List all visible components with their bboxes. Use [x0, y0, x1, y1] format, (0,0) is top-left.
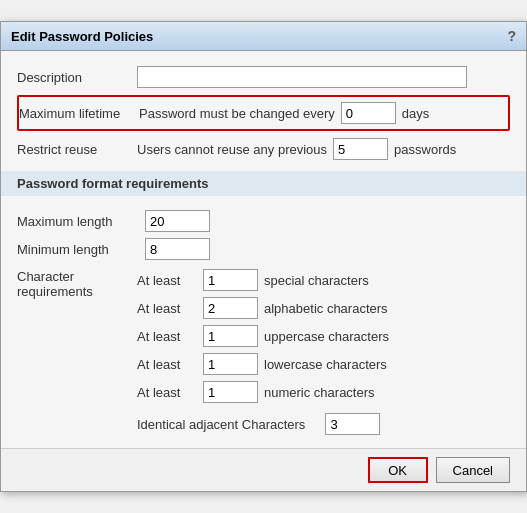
dialog-titlebar: Edit Password Policies ?: [1, 22, 526, 51]
restrict-reuse-field-group: Users cannot reuse any previous password…: [137, 138, 510, 160]
dialog-content: Description Maximum lifetime Password mu…: [1, 51, 526, 448]
char-req-suffix-0: special characters: [264, 273, 369, 288]
char-req-input-4[interactable]: [203, 381, 258, 403]
char-req-suffix-3: lowercase characters: [264, 357, 387, 372]
char-req-label: Character requirements: [17, 266, 137, 299]
description-input[interactable]: [137, 66, 467, 88]
char-req-row-3: At least lowercase characters: [137, 350, 389, 378]
pw-format-section-label: Password format requirements: [17, 176, 208, 191]
char-req-suffix-2: uppercase characters: [264, 329, 389, 344]
max-length-label: Maximum length: [17, 214, 137, 229]
char-req-row-4: At least numeric characters: [137, 378, 389, 406]
ok-button[interactable]: OK: [368, 457, 428, 483]
description-row: Description: [17, 61, 510, 93]
max-lifetime-field-group: Password must be changed every days: [139, 102, 508, 124]
atleast-label-1: At least: [137, 301, 197, 316]
char-req-section: Character requirements At least special …: [17, 266, 510, 438]
char-req-rows: At least special characters At least alp…: [137, 266, 389, 438]
min-length-input[interactable]: [145, 238, 210, 260]
help-icon[interactable]: ?: [507, 28, 516, 44]
char-req-input-3[interactable]: [203, 353, 258, 375]
char-req-row-2: At least uppercase characters: [137, 322, 389, 350]
char-req-suffix-1: alphabetic characters: [264, 301, 388, 316]
restrict-reuse-text: Users cannot reuse any previous: [137, 142, 327, 157]
max-length-row: Maximum length: [17, 202, 510, 235]
max-length-input[interactable]: [145, 210, 210, 232]
char-req-row-0: At least special characters: [137, 266, 389, 294]
restrict-reuse-row: Restrict reuse Users cannot reuse any pr…: [17, 133, 510, 165]
atleast-label-0: At least: [137, 273, 197, 288]
edit-password-dialog: Edit Password Policies ? Description Max…: [0, 21, 527, 492]
max-lifetime-text: Password must be changed every: [139, 106, 335, 121]
cancel-button[interactable]: Cancel: [436, 457, 510, 483]
description-label: Description: [17, 70, 137, 85]
min-length-row: Minimum length: [17, 235, 510, 266]
char-req-row-1: At least alphabetic characters: [137, 294, 389, 322]
max-lifetime-label: Maximum lifetime: [19, 106, 139, 121]
dialog-footer: OK Cancel: [1, 448, 526, 491]
restrict-reuse-suffix: passwords: [394, 142, 456, 157]
max-lifetime-suffix: days: [402, 106, 429, 121]
identical-input[interactable]: [325, 413, 380, 435]
min-length-label: Minimum length: [17, 242, 137, 257]
identical-row: Identical adjacent Characters: [137, 410, 389, 438]
max-lifetime-input[interactable]: [341, 102, 396, 124]
char-req-input-1[interactable]: [203, 297, 258, 319]
pw-format-section-header: Password format requirements: [1, 171, 526, 196]
max-lifetime-row: Maximum lifetime Password must be change…: [17, 95, 510, 131]
identical-label: Identical adjacent Characters: [137, 417, 305, 432]
char-req-input-0[interactable]: [203, 269, 258, 291]
char-req-input-2[interactable]: [203, 325, 258, 347]
dialog-title: Edit Password Policies: [11, 29, 153, 44]
atleast-label-2: At least: [137, 329, 197, 344]
atleast-label-4: At least: [137, 385, 197, 400]
restrict-reuse-label: Restrict reuse: [17, 142, 137, 157]
atleast-label-3: At least: [137, 357, 197, 372]
restrict-reuse-input[interactable]: [333, 138, 388, 160]
char-req-suffix-4: numeric characters: [264, 385, 375, 400]
